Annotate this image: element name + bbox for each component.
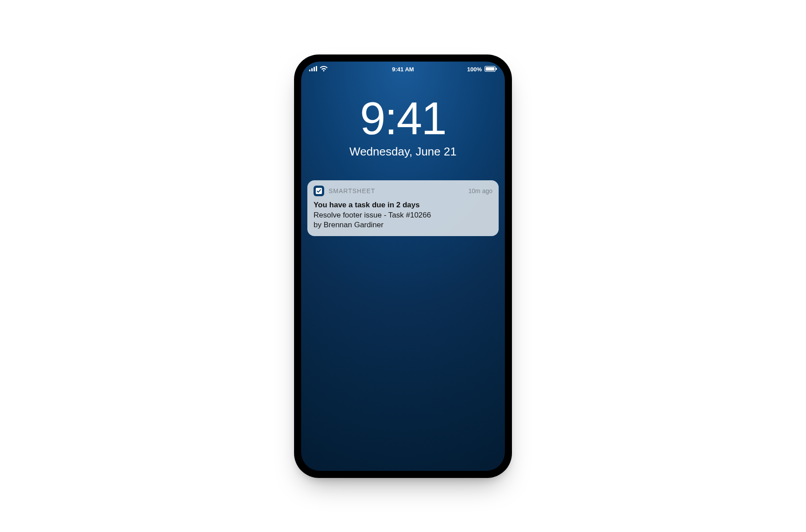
lock-date: Wednesday, June 21 (301, 145, 505, 159)
status-left (309, 66, 328, 73)
notification-timestamp: 10m ago (469, 187, 492, 194)
svg-rect-1 (311, 68, 313, 71)
battery-icon (484, 66, 497, 73)
svg-rect-5 (486, 67, 495, 70)
lock-time: 9:41 (301, 95, 505, 141)
notification-body-line2: by Brennan Gardiner (314, 221, 384, 229)
svg-rect-3 (316, 66, 317, 71)
notification-body: Resolve footer issue - Task #10266 by Br… (314, 210, 492, 230)
notification-title: You have a task due in 2 days (314, 201, 492, 210)
canvas: 9:41 AM 100% 9:41 Wednesday, June 21 (0, 0, 806, 532)
svg-rect-0 (309, 70, 310, 71)
phone-screen: 9:41 AM 100% 9:41 Wednesday, June 21 (301, 62, 505, 471)
svg-rect-6 (496, 68, 497, 70)
notification-card[interactable]: SMARTSHEET 10m ago You have a task due i… (307, 180, 499, 236)
wifi-icon (320, 66, 328, 73)
notification-body-line1: Resolve footer issue - Task #10266 (314, 211, 431, 219)
notification-app-name: SMARTSHEET (329, 187, 464, 194)
smartsheet-app-icon (314, 186, 324, 196)
lock-screen-clock-area: 9:41 Wednesday, June 21 (301, 95, 505, 159)
status-right: 100% (467, 66, 497, 73)
battery-text: 100% (467, 66, 482, 73)
signal-icon (309, 66, 317, 73)
status-bar: 9:41 AM 100% (301, 62, 505, 78)
phone-frame: 9:41 AM 100% 9:41 Wednesday, June 21 (294, 54, 512, 478)
svg-rect-2 (314, 67, 315, 71)
notification-header: SMARTSHEET 10m ago (314, 186, 492, 196)
